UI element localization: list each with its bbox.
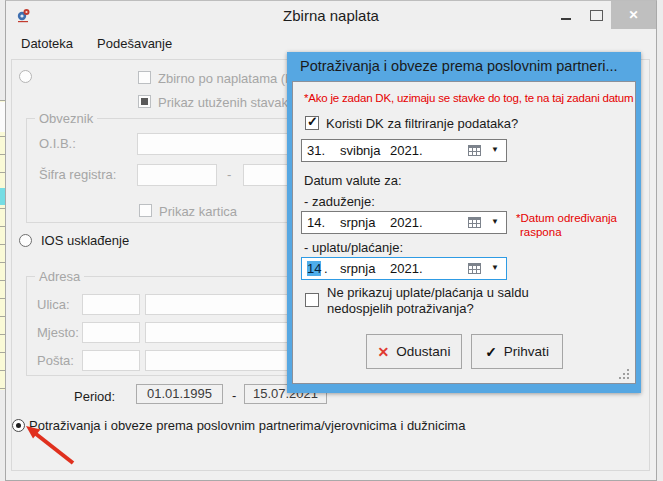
maximize-icon bbox=[590, 10, 603, 21]
zaduzenje-year: 2021. bbox=[390, 215, 423, 230]
datum-valute-label: Datum valute za: bbox=[304, 173, 402, 188]
checkbox-kartica-label: Prikaz kartica bbox=[159, 204, 237, 219]
checkbox-zbirno-po-naplatama[interactable] bbox=[138, 71, 151, 84]
ne-prikazuj-line1: Ne prikazuj uplate/plaćanja u saldu bbox=[327, 285, 529, 300]
cancel-x-icon: ✕ bbox=[378, 344, 390, 360]
close-button[interactable]: ✕ bbox=[611, 1, 656, 29]
sifra-registra-field-1[interactable] bbox=[137, 164, 217, 186]
oib-label: O.I.B.: bbox=[39, 136, 76, 151]
dialog-title: Potraživanja i obveze prema poslovnim pa… bbox=[300, 58, 635, 74]
checkbox-koristi-dk[interactable]: ✓ bbox=[305, 116, 319, 130]
date-picker-zaduzenje[interactable]: 14. srpnja 2021. ▼ bbox=[301, 211, 507, 234]
ulica-label: Ulica: bbox=[37, 297, 70, 312]
sifra-dash: - bbox=[227, 167, 231, 182]
accept-button-label: Prihvati bbox=[504, 344, 549, 359]
group-obveznik-title: Obveznik bbox=[35, 111, 97, 126]
title-bar: Zbirna naplata ✕ bbox=[6, 1, 656, 30]
close-icon: ✕ bbox=[628, 8, 638, 22]
zaduzenje-day: 14. bbox=[307, 215, 325, 230]
uplata-label: - uplatu/plaćanje: bbox=[304, 240, 403, 255]
minimize-button[interactable] bbox=[551, 1, 581, 29]
maximize-button[interactable] bbox=[581, 1, 611, 29]
checkbox-ne-prikazuj-label: Ne prikazuj uplate/plaćanja u saldu nedo… bbox=[327, 285, 587, 317]
ne-prikazuj-line2: nedospjelih potraživanja? bbox=[327, 301, 474, 316]
calendar-icon[interactable] bbox=[468, 262, 482, 275]
calendar-icon[interactable] bbox=[468, 216, 482, 229]
radio-partneri-label: Potraživanja i obveze prema poslovnim pa… bbox=[29, 418, 465, 433]
mjesto-field-1[interactable] bbox=[82, 322, 140, 343]
dropdown-caret-icon[interactable]: ▼ bbox=[491, 145, 499, 154]
dialog-panel: *Ako je zadan DK, uzimaju se stavke do t… bbox=[292, 81, 636, 384]
dropdown-caret-icon[interactable]: ▼ bbox=[491, 263, 499, 272]
dk-month: svibnja bbox=[340, 143, 380, 158]
radio-ios-label: IOS usklađenje bbox=[41, 233, 129, 248]
uplata-day-dot: . bbox=[324, 261, 328, 276]
resize-grip[interactable] bbox=[619, 369, 630, 380]
date-picker-uplata[interactable]: 14 . srpnja 2021. ▼ bbox=[301, 257, 507, 280]
checkbox-zbirno-label: Zbirno po naplatama (b bbox=[158, 71, 292, 86]
checkbox-mixed-state-square bbox=[141, 98, 148, 105]
checkbox-ne-prikazuj[interactable] bbox=[305, 293, 319, 307]
checkbox-utuzenih-label: Prikaz utuženih stavaka bbox=[158, 95, 295, 110]
mjesto-label: Mjesto: bbox=[37, 325, 79, 340]
uplata-day-selected: 14 bbox=[307, 261, 321, 276]
menu-podesavanje[interactable]: Podešavanje bbox=[88, 32, 181, 55]
ulica-field-1[interactable] bbox=[82, 294, 140, 315]
accept-button[interactable]: ✓ Prihvati bbox=[471, 334, 563, 369]
zaduzenje-label: - zaduženje: bbox=[304, 194, 375, 209]
red-arrow-annotation bbox=[20, 421, 90, 471]
checkbox-prikaz-kartica[interactable] bbox=[139, 204, 152, 217]
filter-dialog: Potraživanja i obveze prema poslovnim pa… bbox=[287, 52, 641, 393]
dialog-warning-text: *Ako je zadan DK, uzimaju se stavke do t… bbox=[304, 92, 633, 104]
zaduzenje-month: srpnja bbox=[340, 215, 375, 230]
raspon-note-line1: *Datum određivanja bbox=[516, 211, 617, 225]
uplata-month: srpnja bbox=[340, 261, 375, 276]
period-from-field[interactable]: 01.01.1995 bbox=[136, 384, 223, 404]
uplata-year: 2021. bbox=[390, 261, 423, 276]
radio-zbirno[interactable] bbox=[19, 70, 32, 83]
raspon-note: *Datum određivanja raspona bbox=[516, 211, 617, 239]
cancel-button-label: Odustani bbox=[396, 344, 450, 359]
dk-year: 2021. bbox=[390, 143, 423, 158]
sifra-registra-label: Šifra registra: bbox=[39, 167, 116, 182]
cancel-button[interactable]: ✕ Odustani bbox=[366, 334, 462, 369]
dk-day: 31. bbox=[307, 143, 325, 158]
checkbox-koristi-dk-label: Koristi DK za filtriranje podataka? bbox=[326, 116, 518, 131]
checkbox-prikaz-utuzenih[interactable] bbox=[138, 95, 151, 108]
minimize-icon bbox=[561, 18, 571, 20]
posta-label: Pošta: bbox=[37, 353, 74, 368]
calendar-icon[interactable] bbox=[468, 144, 482, 157]
menu-datoteka[interactable]: Datoteka bbox=[12, 32, 82, 55]
date-picker-dk[interactable]: 31. svibnja 2021. ▼ bbox=[301, 139, 507, 162]
check-icon: ✓ bbox=[307, 114, 318, 129]
group-adresa-title: Adresa bbox=[35, 269, 84, 284]
period-dash: - bbox=[232, 388, 236, 403]
period-label: Period: bbox=[74, 389, 115, 404]
dropdown-caret-icon[interactable]: ▼ bbox=[491, 217, 499, 226]
radio-ios-uskladjenje[interactable] bbox=[19, 234, 32, 247]
raspon-note-line2: raspona bbox=[516, 225, 617, 239]
posta-field-1[interactable] bbox=[82, 350, 140, 371]
accept-check-icon: ✓ bbox=[485, 344, 497, 360]
